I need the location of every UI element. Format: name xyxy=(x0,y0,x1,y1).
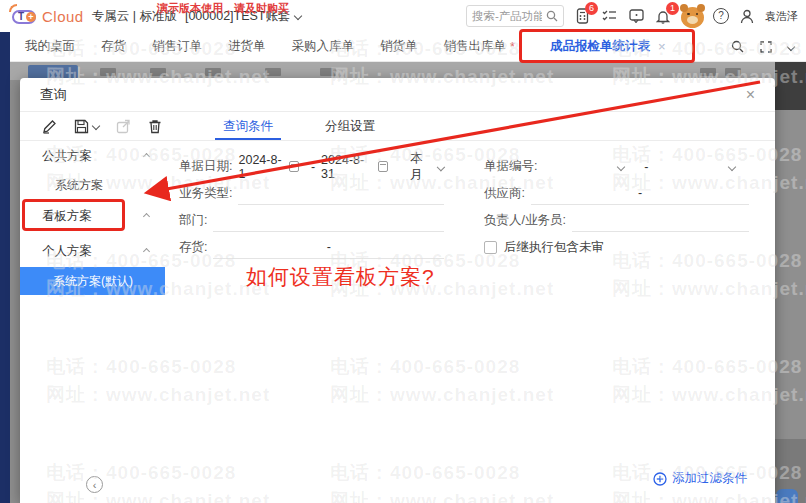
date-from-value[interactable]: 2024-8-1 xyxy=(238,153,284,181)
tab-sales-outbound[interactable]: 销售出库单 xyxy=(444,38,507,55)
tab-query-conditions[interactable]: 查询条件 xyxy=(197,112,299,140)
sidebar-item-system-scheme-default[interactable]: 系统方案(默认) xyxy=(20,267,165,295)
tab-my-desktop[interactable]: 我的桌面 xyxy=(25,38,75,55)
selected-scheme-label: 系统方案(默认) xyxy=(53,273,133,290)
date-preset-value: 本月 xyxy=(410,150,433,184)
top-bar: T + Cloud 专属云 | 标准版 [000002]TEST账套 演示版本使… xyxy=(0,0,806,32)
account-chevron-down-icon[interactable] xyxy=(293,12,301,20)
add-filter-link[interactable]: 添加过滤条件 xyxy=(653,470,747,487)
notification-badge: 1 xyxy=(666,2,679,15)
collapse-chevron-icon[interactable] xyxy=(143,212,150,219)
delete-scheme-icon[interactable] xyxy=(148,119,162,134)
edit-scheme-icon[interactable] xyxy=(42,119,57,134)
background-toolbar-icon xyxy=(205,68,221,76)
date-range-separator: - xyxy=(311,160,315,174)
date-to-value[interactable]: 2024-8-31 xyxy=(321,153,374,181)
active-tab-label: 成品报检单统计表 xyxy=(550,38,650,55)
business-type-label: 业务类型: xyxy=(179,185,232,202)
scheme-toolbar: 查询条件 分组设置 xyxy=(20,112,775,141)
supplier-input[interactable]: - xyxy=(531,183,749,205)
background-primary-button xyxy=(28,65,78,79)
include-unaudited-checkbox[interactable] xyxy=(484,241,497,254)
sidebar-group-personal-schemes[interactable]: 个人方案 xyxy=(20,237,165,265)
select-chevron-down-icon xyxy=(617,162,625,170)
document-number-to-select[interactable] xyxy=(654,164,749,170)
sidebar-collapse-button[interactable]: ‹ xyxy=(86,476,103,493)
inventory-input[interactable]: - xyxy=(213,237,444,259)
left-nav-strip xyxy=(0,32,10,503)
user-icon[interactable] xyxy=(738,7,756,25)
unsaved-marker: * xyxy=(510,40,515,54)
global-search-input[interactable] xyxy=(472,10,542,22)
save-dropdown-chevron-icon[interactable] xyxy=(92,122,100,130)
tab-search-icon[interactable] xyxy=(731,40,744,53)
todo-list-icon[interactable] xyxy=(600,7,618,25)
dialog-header: 查询 × xyxy=(20,78,775,112)
sidebar-item-system-scheme[interactable]: 系统方案 xyxy=(20,171,165,199)
business-type-input[interactable] xyxy=(238,183,444,205)
background-toolbar-icon xyxy=(150,68,166,76)
supplier-label: 供应商: xyxy=(484,185,525,202)
background-toolbar-icon xyxy=(320,68,336,76)
document-tab-bar: 我的桌面 存货 销售订单 进货单 采购入库单 销货单 销售出库单 * 成品报检单… xyxy=(10,32,806,62)
owner-salesman-label: 负责人/业务员: xyxy=(484,212,566,229)
background-toolbar-icon xyxy=(725,68,741,76)
pos-device-icon[interactable]: 6 xyxy=(573,7,591,25)
document-number-range: - xyxy=(543,160,749,174)
tab-inventory[interactable]: 存货 xyxy=(101,38,126,55)
field-department: 部门: xyxy=(179,210,444,232)
field-inventory: 存货: - xyxy=(179,237,444,259)
field-document-number: 单据编号: - xyxy=(484,158,749,175)
help-icon[interactable]: ? xyxy=(713,8,729,24)
notification-bell-icon[interactable]: 1 xyxy=(654,7,672,25)
add-circle-icon xyxy=(653,472,667,486)
dialog-close-icon[interactable]: × xyxy=(746,86,755,104)
background-bottom-panel xyxy=(775,439,806,503)
query-dialog: 查询 × 查询条件 分组设置 公共方案 系统方案 xyxy=(20,78,775,503)
department-label: 部门: xyxy=(179,212,207,229)
inventory-label: 存货: xyxy=(179,239,207,256)
collapse-chevron-icon[interactable] xyxy=(143,152,150,159)
tab-bar-tools xyxy=(731,40,794,53)
field-supplier: 供应商: - xyxy=(484,183,749,205)
tab-purchase-receipt[interactable]: 进货单 xyxy=(228,38,266,55)
tab-close-icon[interactable]: × xyxy=(658,39,666,54)
message-icon[interactable] xyxy=(627,7,645,25)
tab-purchase-inbound[interactable]: 采购入库单 xyxy=(292,38,355,55)
preset-chevron-down-icon xyxy=(437,162,445,170)
select-chevron-down-icon xyxy=(728,162,736,170)
dialog-title: 查询 xyxy=(40,86,67,104)
tab-group-settings[interactable]: 分组设置 xyxy=(299,112,401,140)
sidebar-group-board-schemes[interactable]: 看板方案 xyxy=(20,199,165,233)
tab-list: 我的桌面 存货 销售订单 进货单 采购入库单 销货单 销售出库单 * 成品报检单… xyxy=(10,32,687,62)
top-bar-actions: 6 1 ? 袁浩泽 xyxy=(466,0,798,32)
tab-sales-order[interactable]: 销售订单 xyxy=(152,38,202,55)
username[interactable]: 袁浩泽 xyxy=(765,9,798,24)
document-number-from-select[interactable] xyxy=(543,164,638,170)
global-search[interactable] xyxy=(466,5,564,27)
scheme-sidebar: 公共方案 系统方案 看板方案 个人方案 系统方案(默认) ‹ xyxy=(20,141,165,503)
tab-overflow-chevron-down-icon[interactable] xyxy=(787,42,795,50)
calendar-icon[interactable] xyxy=(378,161,388,172)
public-schemes-label: 公共方案 xyxy=(42,148,92,165)
demo-version-notice[interactable]: 演示版本使用，请及时购买 xyxy=(157,1,289,16)
tplus-cloud-logo-icon: T + xyxy=(10,6,38,26)
owner-salesman-input[interactable] xyxy=(572,210,749,232)
save-scheme-icon[interactable] xyxy=(74,119,99,134)
dialog-body: 公共方案 系统方案 看板方案 个人方案 系统方案(默认) ‹ xyxy=(20,141,775,503)
document-number-label: 单据编号: xyxy=(484,158,537,175)
date-preset-dropdown[interactable]: 本月 xyxy=(410,150,444,184)
tab-sales-invoice[interactable]: 销货单 xyxy=(380,38,418,55)
service-bear-avatar[interactable] xyxy=(681,7,704,28)
collapse-chevron-icon[interactable] xyxy=(143,247,150,254)
dialog-tabs: 查询条件 分组设置 xyxy=(197,112,401,140)
calendar-icon[interactable] xyxy=(289,161,299,172)
search-icon[interactable] xyxy=(546,10,558,22)
tab-finished-goods-inspection-report[interactable]: 成品报检单统计表 × xyxy=(529,32,687,62)
field-include-unaudited: 后继执行包含未审 xyxy=(484,239,749,256)
department-input[interactable] xyxy=(213,210,444,232)
fullscreen-icon[interactable] xyxy=(760,41,772,53)
brand-name: Cloud xyxy=(42,8,84,25)
sidebar-group-public-schemes[interactable]: 公共方案 xyxy=(20,141,165,171)
include-unaudited-label: 后继执行包含未审 xyxy=(504,239,604,256)
